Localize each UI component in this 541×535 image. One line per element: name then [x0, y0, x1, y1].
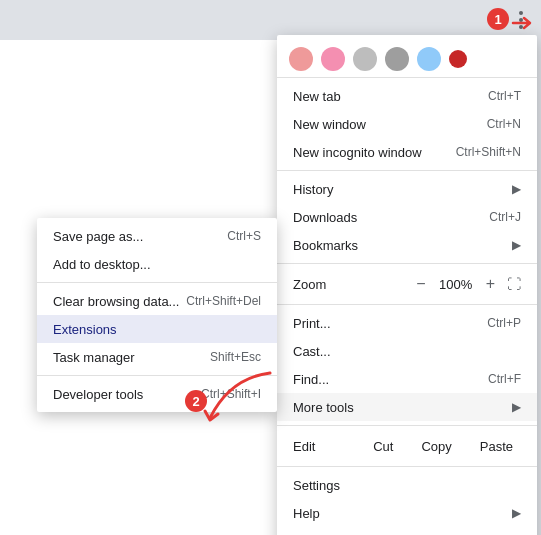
- task-manager-item[interactable]: Task manager Shift+Esc: [37, 343, 277, 371]
- main-chrome-menu: New tab Ctrl+T New window Ctrl+N New inc…: [277, 35, 537, 535]
- copy-button[interactable]: Copy: [413, 437, 459, 456]
- developer-tools-item[interactable]: Developer tools Ctrl+Shift+I: [37, 380, 277, 408]
- menu-divider-1: [277, 170, 537, 171]
- profile-icon-5[interactable]: [417, 47, 441, 71]
- dot-icon: [519, 11, 523, 15]
- history-item[interactable]: History ▶: [277, 175, 537, 203]
- edit-actions: Cut Copy Paste: [365, 437, 521, 456]
- more-tools-item[interactable]: More tools ▶: [277, 393, 537, 421]
- paste-button[interactable]: Paste: [472, 437, 521, 456]
- submenu-divider-2: [37, 375, 277, 376]
- new-incognito-item[interactable]: New incognito window Ctrl+Shift+N: [277, 138, 537, 166]
- bookmarks-item[interactable]: Bookmarks ▶: [277, 231, 537, 259]
- menu-divider-4: [277, 425, 537, 426]
- menu-divider-2: [277, 263, 537, 264]
- zoom-minus-button[interactable]: −: [412, 275, 429, 293]
- arrow-right-icon: [511, 16, 535, 30]
- browser-window: 1 2 Save page as... Ctrl+S: [0, 0, 541, 535]
- zoom-value: 100%: [438, 277, 474, 292]
- fullscreen-button[interactable]: ⛶: [507, 276, 521, 292]
- step-badge-1: 1: [487, 8, 509, 30]
- zoom-controls: − 100% + ⛶: [412, 275, 521, 293]
- new-tab-item[interactable]: New tab Ctrl+T: [277, 82, 537, 110]
- profile-icon-6[interactable]: [449, 50, 467, 68]
- downloads-item[interactable]: Downloads Ctrl+J: [277, 203, 537, 231]
- submenu-divider: [37, 282, 277, 283]
- exit-item[interactable]: Exit Ctrl+Shift+Q: [277, 527, 537, 535]
- profile-icons-row: [277, 39, 537, 78]
- extensions-item[interactable]: Extensions: [37, 315, 277, 343]
- edit-row: Edit Cut Copy Paste: [277, 430, 537, 462]
- browser-toolbar: 1: [0, 0, 541, 40]
- help-item[interactable]: Help ▶: [277, 499, 537, 527]
- save-page-item[interactable]: Save page as... Ctrl+S: [37, 222, 277, 250]
- cut-button[interactable]: Cut: [365, 437, 401, 456]
- cast-item[interactable]: Cast...: [277, 337, 537, 365]
- print-item[interactable]: Print... Ctrl+P: [277, 309, 537, 337]
- profile-icon-3[interactable]: [353, 47, 377, 71]
- profile-icon-4[interactable]: [385, 47, 409, 71]
- profile-icon-1[interactable]: [289, 47, 313, 71]
- find-item[interactable]: Find... Ctrl+F: [277, 365, 537, 393]
- more-tools-submenu: Save page as... Ctrl+S Add to desktop...…: [37, 218, 277, 412]
- profile-icon-2[interactable]: [321, 47, 345, 71]
- add-to-desktop-item[interactable]: Add to desktop...: [37, 250, 277, 278]
- zoom-plus-button[interactable]: +: [482, 275, 499, 293]
- clear-browsing-item[interactable]: Clear browsing data... Ctrl+Shift+Del: [37, 287, 277, 315]
- step-badge-2: 2: [185, 390, 207, 412]
- settings-item[interactable]: Settings: [277, 471, 537, 499]
- zoom-row: Zoom − 100% + ⛶: [277, 268, 537, 300]
- new-window-item[interactable]: New window Ctrl+N: [277, 110, 537, 138]
- menu-divider-5: [277, 466, 537, 467]
- menu-divider-3: [277, 304, 537, 305]
